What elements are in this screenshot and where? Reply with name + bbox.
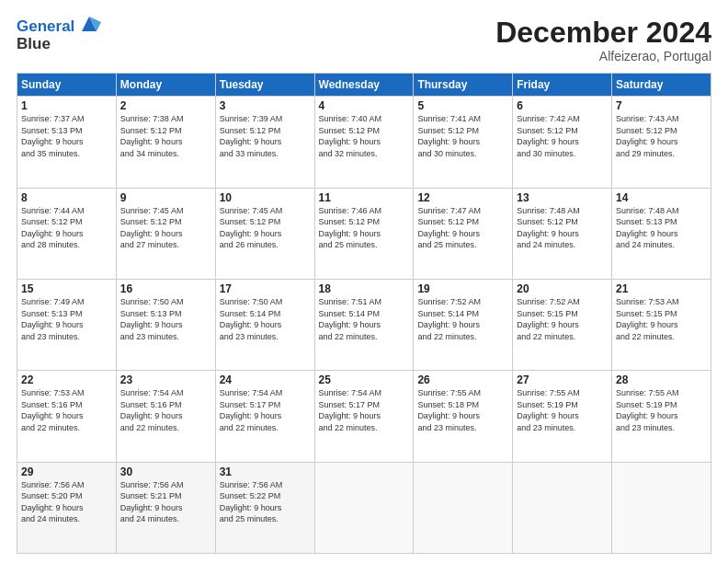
day-number: 16 xyxy=(120,282,211,295)
day-info: Sunrise: 7:46 AM Sunset: 5:12 PM Dayligh… xyxy=(319,205,410,251)
day-number: 8 xyxy=(21,191,112,204)
table-row xyxy=(414,462,513,553)
table-row: 11Sunrise: 7:46 AM Sunset: 5:12 PM Dayli… xyxy=(314,188,414,279)
day-number: 1 xyxy=(21,99,112,112)
day-number: 13 xyxy=(517,191,608,204)
day-number: 29 xyxy=(21,465,112,478)
logo-blue: Blue xyxy=(17,35,101,53)
table-row: 6Sunrise: 7:42 AM Sunset: 5:12 PM Daylig… xyxy=(513,97,612,188)
day-number: 22 xyxy=(21,373,112,386)
table-row xyxy=(612,462,711,553)
day-info: Sunrise: 7:42 AM Sunset: 5:12 PM Dayligh… xyxy=(517,113,608,159)
day-info: Sunrise: 7:47 AM Sunset: 5:12 PM Dayligh… xyxy=(417,205,508,251)
day-info: Sunrise: 7:45 AM Sunset: 5:12 PM Dayligh… xyxy=(220,205,311,251)
day-number: 20 xyxy=(517,282,608,295)
table-row: 16Sunrise: 7:50 AM Sunset: 5:13 PM Dayli… xyxy=(116,279,215,370)
table-row: 28Sunrise: 7:55 AM Sunset: 5:19 PM Dayli… xyxy=(612,371,711,462)
table-row: 23Sunrise: 7:54 AM Sunset: 5:16 PM Dayli… xyxy=(116,371,215,462)
col-saturday: Saturday xyxy=(612,74,711,97)
day-number: 12 xyxy=(417,191,508,204)
day-number: 21 xyxy=(616,282,707,295)
day-number: 18 xyxy=(319,282,410,295)
day-number: 23 xyxy=(120,373,211,386)
header: General Blue December 2024 Alfeizerao, P… xyxy=(17,17,711,63)
table-row xyxy=(314,462,414,553)
day-number: 14 xyxy=(616,191,707,204)
table-row: 9Sunrise: 7:45 AM Sunset: 5:12 PM Daylig… xyxy=(116,188,215,279)
table-row: 13Sunrise: 7:48 AM Sunset: 5:12 PM Dayli… xyxy=(513,188,612,279)
table-row: 26Sunrise: 7:55 AM Sunset: 5:18 PM Dayli… xyxy=(414,371,513,462)
day-number: 24 xyxy=(220,373,311,386)
title-block: December 2024 Alfeizerao, Portugal xyxy=(495,17,711,63)
day-info: Sunrise: 7:40 AM Sunset: 5:12 PM Dayligh… xyxy=(319,113,410,159)
table-row: 3Sunrise: 7:39 AM Sunset: 5:12 PM Daylig… xyxy=(215,97,314,188)
table-row: 5Sunrise: 7:41 AM Sunset: 5:12 PM Daylig… xyxy=(414,97,513,188)
table-row: 18Sunrise: 7:51 AM Sunset: 5:14 PM Dayli… xyxy=(314,279,414,370)
col-friday: Friday xyxy=(513,74,612,97)
table-row: 8Sunrise: 7:44 AM Sunset: 5:12 PM Daylig… xyxy=(17,188,117,279)
day-number: 6 xyxy=(517,99,608,112)
day-info: Sunrise: 7:54 AM Sunset: 5:16 PM Dayligh… xyxy=(120,387,211,433)
table-row: 25Sunrise: 7:54 AM Sunset: 5:17 PM Dayli… xyxy=(314,371,414,462)
day-info: Sunrise: 7:50 AM Sunset: 5:13 PM Dayligh… xyxy=(120,296,211,342)
table-row: 27Sunrise: 7:55 AM Sunset: 5:19 PM Dayli… xyxy=(513,371,612,462)
table-row: 10Sunrise: 7:45 AM Sunset: 5:12 PM Dayli… xyxy=(215,188,314,279)
page: General Blue December 2024 Alfeizerao, P… xyxy=(0,0,728,563)
logo: General Blue xyxy=(17,17,101,53)
calendar-table: Sunday Monday Tuesday Wednesday Thursday… xyxy=(17,73,711,554)
col-monday: Monday xyxy=(116,74,215,97)
day-info: Sunrise: 7:55 AM Sunset: 5:18 PM Dayligh… xyxy=(417,387,508,433)
logo-general: General xyxy=(17,17,74,36)
table-row: 22Sunrise: 7:53 AM Sunset: 5:16 PM Dayli… xyxy=(17,371,117,462)
calendar-week-row: 1Sunrise: 7:37 AM Sunset: 5:13 PM Daylig… xyxy=(17,97,711,188)
calendar-header-row: Sunday Monday Tuesday Wednesday Thursday… xyxy=(17,74,711,97)
calendar-week-row: 22Sunrise: 7:53 AM Sunset: 5:16 PM Dayli… xyxy=(17,371,711,462)
day-number: 7 xyxy=(616,99,707,112)
day-info: Sunrise: 7:53 AM Sunset: 5:16 PM Dayligh… xyxy=(21,387,112,433)
day-number: 19 xyxy=(417,282,508,295)
day-number: 15 xyxy=(21,282,112,295)
table-row: 15Sunrise: 7:49 AM Sunset: 5:13 PM Dayli… xyxy=(17,279,117,370)
table-row: 30Sunrise: 7:56 AM Sunset: 5:21 PM Dayli… xyxy=(116,462,215,553)
table-row: 12Sunrise: 7:47 AM Sunset: 5:12 PM Dayli… xyxy=(414,188,513,279)
day-info: Sunrise: 7:54 AM Sunset: 5:17 PM Dayligh… xyxy=(319,387,410,433)
day-info: Sunrise: 7:51 AM Sunset: 5:14 PM Dayligh… xyxy=(319,296,410,342)
day-number: 11 xyxy=(319,191,410,204)
day-info: Sunrise: 7:43 AM Sunset: 5:12 PM Dayligh… xyxy=(616,113,707,159)
day-info: Sunrise: 7:56 AM Sunset: 5:21 PM Dayligh… xyxy=(120,479,211,525)
col-thursday: Thursday xyxy=(414,74,513,97)
day-number: 31 xyxy=(220,465,311,478)
day-info: Sunrise: 7:54 AM Sunset: 5:17 PM Dayligh… xyxy=(220,387,311,433)
day-number: 30 xyxy=(120,465,211,478)
table-row: 19Sunrise: 7:52 AM Sunset: 5:14 PM Dayli… xyxy=(414,279,513,370)
table-row: 4Sunrise: 7:40 AM Sunset: 5:12 PM Daylig… xyxy=(314,97,414,188)
day-info: Sunrise: 7:53 AM Sunset: 5:15 PM Dayligh… xyxy=(616,296,707,342)
day-number: 10 xyxy=(220,191,311,204)
day-number: 4 xyxy=(319,99,410,112)
table-row: 17Sunrise: 7:50 AM Sunset: 5:14 PM Dayli… xyxy=(215,279,314,370)
month-title: December 2024 xyxy=(495,17,711,49)
day-info: Sunrise: 7:52 AM Sunset: 5:14 PM Dayligh… xyxy=(417,296,508,342)
day-info: Sunrise: 7:44 AM Sunset: 5:12 PM Dayligh… xyxy=(21,205,112,251)
table-row: 21Sunrise: 7:53 AM Sunset: 5:15 PM Dayli… xyxy=(612,279,711,370)
table-row: 7Sunrise: 7:43 AM Sunset: 5:12 PM Daylig… xyxy=(612,97,711,188)
day-info: Sunrise: 7:55 AM Sunset: 5:19 PM Dayligh… xyxy=(517,387,608,433)
location-subtitle: Alfeizerao, Portugal xyxy=(495,49,711,63)
col-tuesday: Tuesday xyxy=(215,74,314,97)
day-info: Sunrise: 7:38 AM Sunset: 5:12 PM Dayligh… xyxy=(120,113,211,159)
table-row: 24Sunrise: 7:54 AM Sunset: 5:17 PM Dayli… xyxy=(215,371,314,462)
day-number: 27 xyxy=(517,373,608,386)
day-number: 3 xyxy=(220,99,311,112)
day-number: 9 xyxy=(120,191,211,204)
table-row xyxy=(513,462,612,553)
table-row: 14Sunrise: 7:48 AM Sunset: 5:13 PM Dayli… xyxy=(612,188,711,279)
day-info: Sunrise: 7:48 AM Sunset: 5:12 PM Dayligh… xyxy=(517,205,608,251)
day-number: 26 xyxy=(417,373,508,386)
day-number: 2 xyxy=(120,99,211,112)
table-row: 31Sunrise: 7:56 AM Sunset: 5:22 PM Dayli… xyxy=(215,462,314,553)
table-row: 29Sunrise: 7:56 AM Sunset: 5:20 PM Dayli… xyxy=(17,462,117,553)
day-info: Sunrise: 7:52 AM Sunset: 5:15 PM Dayligh… xyxy=(517,296,608,342)
day-info: Sunrise: 7:56 AM Sunset: 5:20 PM Dayligh… xyxy=(21,479,112,525)
table-row: 1Sunrise: 7:37 AM Sunset: 5:13 PM Daylig… xyxy=(17,97,117,188)
day-number: 28 xyxy=(616,373,707,386)
